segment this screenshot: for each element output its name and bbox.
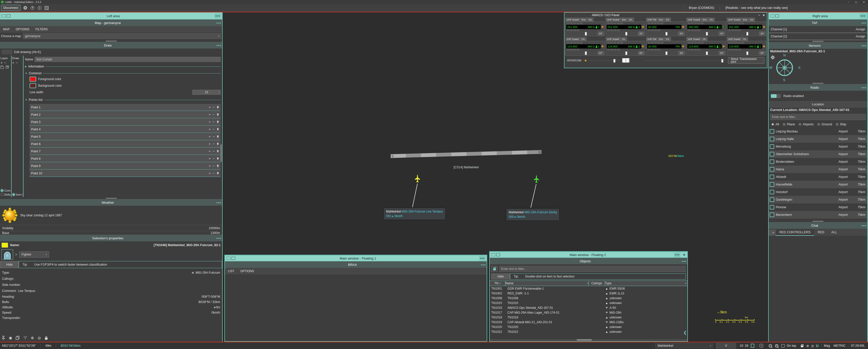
dock-icon[interactable] bbox=[2, 14, 5, 18]
preset-buttons[interactable] bbox=[728, 42, 765, 44]
preset-buttons[interactable] bbox=[688, 29, 725, 31]
radio-tab[interactable]: Ch. bbox=[587, 18, 594, 22]
mag-label[interactable]: Mag bbox=[824, 344, 830, 347]
volume-slider[interactable] bbox=[607, 33, 637, 34]
filter-radio[interactable]: All bbox=[771, 123, 779, 126]
sensors-header[interactable]: Sensors ●●● bbox=[769, 42, 867, 49]
add-point-icon[interactable]: + bbox=[209, 113, 211, 117]
locate-point-icon[interactable] bbox=[217, 135, 219, 138]
volume-slider[interactable] bbox=[728, 53, 757, 53]
locate-point-icon[interactable] bbox=[217, 142, 219, 146]
disconnect-button[interactable]: Disconnect bbox=[1, 5, 21, 11]
close-icon[interactable]: ✕ bbox=[763, 14, 765, 17]
airport-checkbox[interactable] bbox=[770, 190, 774, 194]
horizontal-scrollbar[interactable] bbox=[490, 339, 687, 341]
airfield-select[interactable]: Mahlwinkel ▾ bbox=[655, 343, 713, 348]
remove-point-icon[interactable]: − bbox=[213, 113, 215, 117]
dock-icon[interactable] bbox=[492, 253, 495, 256]
locate-point-icon[interactable] bbox=[217, 150, 219, 153]
overflow-menu-icon[interactable]: ●●● bbox=[216, 201, 222, 204]
chat-header[interactable]: Chat ●●● bbox=[769, 222, 867, 229]
st-button[interactable]: ST bbox=[598, 51, 604, 55]
taf-header[interactable]: TAF ●●● bbox=[769, 20, 867, 26]
preset-buttons[interactable] bbox=[567, 23, 604, 24]
hide-button[interactable]: Hide bbox=[491, 274, 510, 280]
draw-radio-iron-curtain[interactable]: Iron Curtain bbox=[12, 193, 23, 196]
preset-buttons[interactable] bbox=[688, 42, 725, 44]
filter-radio[interactable]: Plane bbox=[783, 123, 795, 126]
overflow-menu-icon[interactable]: ●●● bbox=[480, 263, 487, 266]
table-row[interactable]: TN1017 CAP MiG-29A Altes Lager_AID-174-0… bbox=[490, 310, 687, 315]
airport-row[interactable]: Merseburg Airport 75km bbox=[769, 143, 867, 150]
preset-buttons[interactable] bbox=[607, 29, 644, 31]
locate-point-icon[interactable] bbox=[217, 157, 219, 160]
radio-tab[interactable]: Enc bbox=[621, 18, 627, 22]
contact-label-1[interactable]: Mahlwinkel MiG-29A Fulcrum Lee Tempus 00… bbox=[384, 208, 445, 220]
map-tab[interactable]: OPTIONS bbox=[12, 27, 32, 32]
intercom-volume-slider[interactable] bbox=[589, 60, 620, 61]
airport-checkbox[interactable] bbox=[770, 129, 774, 134]
add-point-icon[interactable]: + bbox=[209, 127, 211, 131]
filter-radio[interactable]: Airports bbox=[799, 123, 814, 126]
airport-checkbox[interactable] bbox=[770, 205, 774, 210]
filter-radio[interactable]: Ground bbox=[817, 123, 832, 126]
overflow-menu-icon[interactable]: ●●● bbox=[860, 13, 866, 19]
column-header-tn[interactable]: TN▾ bbox=[490, 281, 505, 286]
remove-point-icon[interactable]: − bbox=[213, 171, 215, 175]
radio-tab[interactable]: Ch. bbox=[749, 18, 755, 22]
add-point-icon[interactable]: + bbox=[209, 142, 211, 146]
airport-row[interactable]: Allstedt Airport 75km bbox=[769, 173, 867, 181]
st-button[interactable]: ST bbox=[719, 51, 725, 55]
overflow-menu-icon[interactable]: ●●● bbox=[216, 22, 222, 24]
map-tab[interactable]: FILTERS bbox=[32, 27, 51, 32]
floating-window-1[interactable]: Main window - Floating 1 ●●● BRAA ●●● LI… bbox=[224, 255, 487, 342]
st-button[interactable]: ST bbox=[678, 32, 684, 35]
preset-buttons[interactable] bbox=[567, 29, 604, 31]
add-point-icon[interactable]: + bbox=[209, 157, 211, 160]
table-row[interactable]: TN1015 AWACS Ops Stendal_AID-167-01 ✈ A-… bbox=[490, 305, 687, 310]
overflow-menu-icon[interactable]: ●●● bbox=[861, 22, 867, 24]
radio-tab[interactable]: Enc bbox=[658, 18, 664, 22]
airport-row[interactable]: Holzdorf Airport 75km bbox=[769, 188, 867, 196]
preset-buttons[interactable] bbox=[648, 23, 685, 24]
locate-point-icon[interactable] bbox=[217, 128, 219, 131]
tag-icon[interactable]: ◉ bbox=[9, 336, 12, 340]
st-button[interactable]: ST bbox=[719, 32, 725, 35]
points-scrollbar[interactable] bbox=[221, 144, 222, 162]
splitter-handle[interactable] bbox=[0, 197, 222, 199]
settings-gear-icon[interactable] bbox=[23, 6, 28, 10]
maximize-icon[interactable]: ▢ bbox=[855, 1, 857, 4]
location-header[interactable]: Location bbox=[769, 101, 867, 107]
units-badge-icon[interactable]: U bbox=[816, 344, 818, 348]
channel-spinner[interactable]: 1 bbox=[622, 58, 629, 63]
airport-checkbox[interactable] bbox=[770, 182, 774, 187]
locate-point-icon[interactable] bbox=[217, 121, 219, 124]
radio-tab[interactable]: UHF Guard bbox=[565, 18, 580, 22]
add-point-icon[interactable]: + bbox=[209, 164, 211, 168]
remove-point-icon[interactable]: − bbox=[213, 164, 215, 168]
point-row[interactable]: Point 5 + − bbox=[30, 133, 221, 140]
radio-tab[interactable]: Ch. bbox=[664, 37, 671, 41]
table-row[interactable]: TN1008 TN1008 ▲ unknown bbox=[490, 296, 687, 300]
radio-tab[interactable]: Enc bbox=[658, 37, 664, 41]
center-icon[interactable]: ⊕ bbox=[806, 344, 809, 348]
point-row[interactable]: Point 8 + − bbox=[30, 155, 221, 162]
line-width-input[interactable]: 16 bbox=[192, 90, 221, 95]
table-row[interactable]: TN1018 TN1018 ▲ unknown bbox=[490, 315, 687, 320]
edit-drawing-toggle[interactable] bbox=[2, 50, 12, 54]
remove-point-icon[interactable]: − bbox=[213, 127, 215, 131]
overflow-menu-icon[interactable]: ●●● bbox=[861, 224, 867, 227]
remove-point-icon[interactable]: − bbox=[213, 142, 215, 146]
v-button[interactable]: V bbox=[716, 343, 736, 348]
radio-tab[interactable]: Enc bbox=[742, 18, 748, 22]
st-button[interactable]: ST bbox=[638, 32, 644, 35]
table-row[interactable]: TN1002 RED_EWR -1-1 ▲ EWR 1L13 bbox=[490, 291, 687, 296]
lock-filter-button[interactable] bbox=[491, 266, 498, 272]
preset-buttons[interactable] bbox=[607, 49, 644, 51]
preset-buttons[interactable] bbox=[688, 23, 725, 24]
radio-tab[interactable]: Ch. bbox=[701, 37, 708, 41]
left-area-header[interactable]: Left area ●●● bbox=[0, 12, 222, 20]
zoom-in-icon[interactable]: + bbox=[775, 344, 778, 347]
pattern-icon[interactable] bbox=[44, 6, 49, 10]
filter-radio[interactable]: Ship bbox=[836, 123, 846, 126]
